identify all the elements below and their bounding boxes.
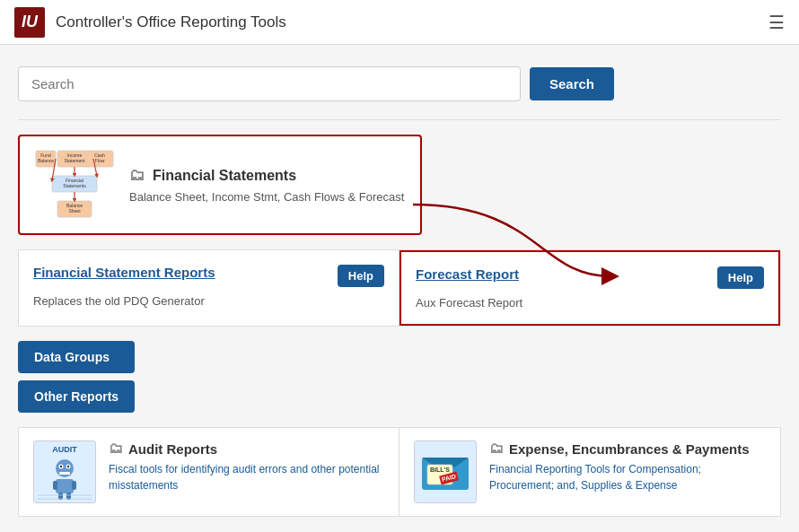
svg-text:BILL'S: BILL'S [430,467,450,473]
svg-text:AUDIT: AUDIT [52,445,77,454]
expense-payments-image: BILL'S PAID [414,440,477,503]
other-reports-button[interactable]: Other Reports [18,380,135,413]
search-button[interactable]: Search [530,67,614,100]
iu-logo: IU [14,7,45,38]
svg-text:Statement: Statement [65,158,85,163]
app-title: Controller's Office Reporting Tools [56,13,286,31]
forecast-report-help-button[interactable]: Help [717,266,764,289]
svg-text:Balance: Balance [38,158,54,163]
fin-card-title: 🗂 Financial Statements [129,166,404,185]
reports-grid: Financial Statement Reports Help Replace… [18,249,781,327]
diagram: Income Statement Financial Statements Ca… [34,149,115,221]
report-card-header-1: Financial Statement Reports Help [33,265,384,287]
audit-reports-title: 🗂 Audit Reports [109,440,384,457]
folder-icon: 🗂 [129,166,145,185]
svg-point-27 [67,466,69,467]
audit-svg: AUDIT [34,441,95,502]
expense-svg: BILL'S PAID [415,441,476,502]
svg-rect-28 [59,472,70,475]
header-left: IU Controller's Office Reporting Tools [14,7,286,38]
svg-rect-31 [72,481,76,490]
audit-reports-card: AUDIT [19,428,400,516]
folder-icon-expense: 🗂 [489,440,504,457]
search-row: Search [18,66,781,101]
forecast-report-description: Aux Forecast Report [416,296,764,310]
section-buttons: Data Groups Other Reports [18,341,781,413]
divider [18,119,781,120]
financial-statement-reports-help-button[interactable]: Help [338,265,384,287]
bottom-cards-grid: AUDIT [18,427,781,517]
financial-statements-card: Income Statement Financial Statements Ca… [18,135,422,235]
audit-reports-info: 🗂 Audit Reports Fiscal tools for identif… [109,440,384,493]
svg-text:Sheet: Sheet [68,208,81,214]
main-content: Search Income Statement Financial Statem… [0,45,799,532]
hamburger-menu-button[interactable]: ☰ [768,13,785,31]
financial-statement-reports-description: Replaces the old PDQ Generator [33,294,384,308]
audit-reports-description: Fiscal tools for identifying audit error… [109,461,384,493]
forecast-report-title[interactable]: Forecast Report [416,266,519,282]
svg-text:Flow: Flow [95,158,105,163]
audit-reports-image: AUDIT [33,440,96,503]
expense-payments-card: BILL'S PAID 🗂 Expense, Encumbrances & Pa… [400,428,780,516]
report-card-header-2: Forecast Report Help [416,266,764,289]
fin-card-info: 🗂 Financial Statements Balance Sheet, In… [129,166,404,204]
folder-icon-audit: 🗂 [109,440,123,457]
diagram-svg: Income Statement Financial Statements Ca… [34,149,115,221]
financial-statement-reports-card: Financial Statement Reports Help Replace… [19,250,400,326]
expense-payments-description: Financial Reporting Tools for Compensati… [489,461,766,493]
svg-text:Statements: Statements [63,183,86,188]
fin-card-description: Balance Sheet, Income Stmt, Cash Flows &… [129,190,404,204]
forecast-report-card: Forecast Report Help Aux Forecast Report [400,250,780,326]
header: IU Controller's Office Reporting Tools ☰ [0,0,799,45]
expense-payments-title: 🗂 Expense, Encumbrances & Payments [489,440,766,457]
data-groups-button[interactable]: Data Groups [18,341,135,373]
expense-payments-info: 🗂 Expense, Encumbrances & Payments Finan… [489,440,766,493]
svg-point-26 [60,466,62,467]
svg-rect-29 [56,479,74,493]
reports-section: Financial Statement Reports Help Replace… [18,249,781,327]
financial-statement-reports-title[interactable]: Financial Statement Reports [33,265,215,280]
search-input[interactable] [18,66,521,101]
svg-rect-30 [53,481,57,490]
